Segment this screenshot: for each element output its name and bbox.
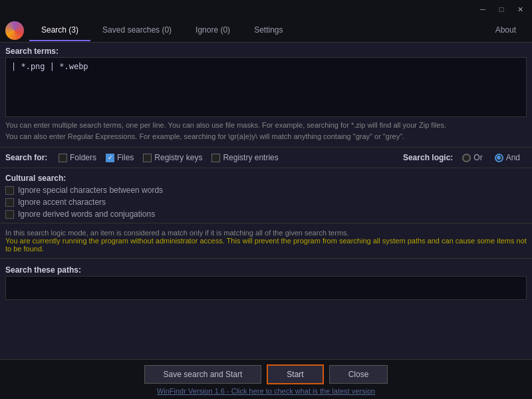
cultural-item-derived: Ignore derived words and conjugations — [5, 208, 527, 220]
checkbox-registry-entries[interactable]: Registry entries — [211, 153, 278, 162]
minimize-button[interactable]: ─ — [473, 2, 492, 17]
checkbox-folders[interactable]: Folders — [59, 153, 96, 162]
cultural-item-accent: Ignore accent characters — [5, 196, 527, 208]
checkbox-derived-words[interactable] — [5, 210, 14, 219]
checkbox-registry-keys-input[interactable] — [143, 154, 152, 162]
warning-admin: You are currently running the program wi… — [5, 237, 527, 253]
search-terms-wrapper — [5, 57, 527, 117]
checkbox-files[interactable]: Files — [106, 153, 134, 162]
nav-item-settings[interactable]: Settings — [242, 20, 295, 41]
radio-and-input[interactable] — [495, 154, 503, 162]
checkbox-files-input[interactable] — [106, 154, 114, 162]
search-paths-label: Search these paths: — [0, 261, 532, 276]
version-text[interactable]: WinFindr Version 1.6 - Click here to che… — [157, 387, 375, 395]
search-for-label: Search for: — [5, 153, 52, 162]
checkbox-accent-chars[interactable] — [5, 198, 14, 207]
checkbox-folders-input[interactable] — [59, 154, 67, 162]
checkbox-special-chars[interactable] — [5, 186, 14, 195]
close-button[interactable]: Close — [329, 365, 388, 384]
checkbox-registry-keys-label: Registry keys — [154, 153, 202, 162]
radio-or[interactable]: Or — [462, 153, 482, 162]
search-logic-group: Search logic: Or And — [403, 153, 527, 162]
nav-item-ignore[interactable]: Ignore (0) — [184, 20, 242, 41]
search-terms-label: Search terms: — [0, 43, 532, 57]
start-button[interactable]: Start — [267, 364, 323, 384]
maximize-button[interactable]: □ — [492, 2, 511, 17]
checkbox-registry-entries-input[interactable] — [211, 154, 220, 162]
radio-and-label: And — [506, 153, 520, 162]
checkbox-registry-keys[interactable]: Registry keys — [143, 153, 202, 162]
nav-item-saved[interactable]: Saved searches (0) — [90, 20, 184, 41]
divider-2 — [0, 168, 532, 168]
cultural-search-label: Cultural search: — [0, 171, 532, 184]
nav-item-search[interactable]: Search (3) — [29, 20, 90, 41]
divider-1 — [0, 147, 532, 148]
close-window-button[interactable]: ✕ — [511, 2, 529, 17]
cultural-label-derived: Ignore derived words and conjugations — [18, 209, 155, 219]
checkbox-registry-entries-label: Registry entries — [223, 153, 278, 162]
cultural-item-special: Ignore special characters between words — [5, 184, 527, 196]
radio-and[interactable]: And — [495, 153, 520, 162]
cultural-label-accent: Ignore accent characters — [18, 198, 106, 207]
nav-items: Search (3) Saved searches (0) Ignore (0)… — [29, 20, 527, 41]
info-line1: You can enter multiple search terms, one… — [5, 120, 527, 131]
nav-item-about[interactable]: About — [485, 20, 527, 41]
cultural-items: Ignore special characters between words … — [0, 184, 532, 220]
checkbox-files-label: Files — [117, 153, 134, 162]
cultural-label-special: Ignore special characters between words — [18, 186, 163, 195]
bottom-bar: Save search and Start Start Close WinFin… — [0, 359, 532, 399]
search-paths-wrapper — [5, 276, 527, 300]
search-logic-label: Search logic: — [403, 153, 453, 162]
navbar: Search (3) Saved searches (0) Ignore (0)… — [0, 19, 532, 43]
divider-3 — [0, 223, 532, 223]
search-terms-input[interactable] — [6, 58, 526, 116]
main-content: Search terms: You can enter multiple sea… — [0, 43, 532, 399]
info-line2: You can also enter Regular Expressions. … — [5, 131, 527, 142]
app-logo — [5, 21, 24, 40]
divider-4 — [0, 258, 532, 259]
search-for-row: Search for: Folders Files Registry keys … — [0, 150, 532, 165]
checkbox-folders-label: Folders — [70, 153, 96, 162]
info-box: You can enter multiple search terms, one… — [0, 117, 532, 144]
bottom-buttons: Save search and Start Start Close — [144, 364, 388, 384]
warning-logic: In this search logic mode, an item is co… — [5, 229, 527, 237]
save-search-start-button[interactable]: Save search and Start — [144, 365, 262, 384]
titlebar: ─ □ ✕ — [0, 0, 532, 19]
warning-box: In this search logic mode, an item is co… — [0, 226, 532, 255]
radio-or-input[interactable] — [462, 154, 471, 162]
radio-or-label: Or — [473, 153, 482, 162]
search-paths-input[interactable] — [6, 277, 526, 299]
